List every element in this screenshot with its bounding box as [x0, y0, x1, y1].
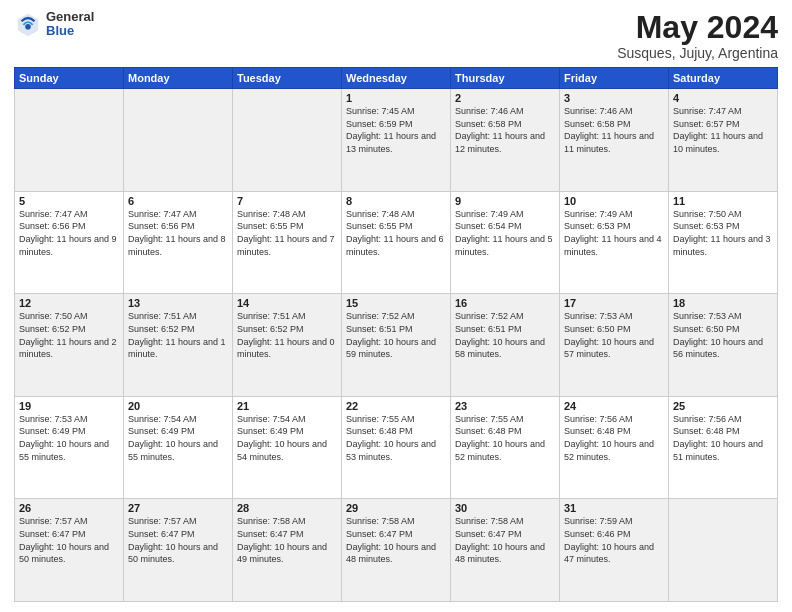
daylight-text: Daylight: 10 hours and 59 minutes.: [346, 337, 436, 360]
sunset-text: Sunset: 6:49 PM: [128, 426, 195, 436]
calendar-cell: [124, 89, 233, 192]
calendar-cell: 6Sunrise: 7:47 AMSunset: 6:56 PMDaylight…: [124, 191, 233, 294]
sunrise-text: Sunrise: 7:47 AM: [673, 106, 742, 116]
calendar-week-row: 12Sunrise: 7:50 AMSunset: 6:52 PMDayligh…: [15, 294, 778, 397]
day-info: Sunrise: 7:47 AMSunset: 6:56 PMDaylight:…: [19, 208, 119, 258]
sunset-text: Sunset: 6:47 PM: [128, 529, 195, 539]
day-info: Sunrise: 7:54 AMSunset: 6:49 PMDaylight:…: [128, 413, 228, 463]
sunset-text: Sunset: 6:58 PM: [455, 119, 522, 129]
day-number: 14: [237, 297, 337, 309]
calendar-cell: [15, 89, 124, 192]
sunset-text: Sunset: 6:47 PM: [19, 529, 86, 539]
sunset-text: Sunset: 6:48 PM: [564, 426, 631, 436]
daylight-text: Daylight: 10 hours and 58 minutes.: [455, 337, 545, 360]
sunrise-text: Sunrise: 7:54 AM: [237, 414, 306, 424]
day-number: 8: [346, 195, 446, 207]
day-info: Sunrise: 7:48 AMSunset: 6:55 PMDaylight:…: [346, 208, 446, 258]
calendar-header-monday: Monday: [124, 68, 233, 89]
daylight-text: Daylight: 10 hours and 52 minutes.: [455, 439, 545, 462]
day-number: 1: [346, 92, 446, 104]
day-number: 28: [237, 502, 337, 514]
daylight-text: Daylight: 11 hours and 10 minutes.: [673, 131, 763, 154]
sunrise-text: Sunrise: 7:48 AM: [237, 209, 306, 219]
day-info: Sunrise: 7:49 AMSunset: 6:53 PMDaylight:…: [564, 208, 664, 258]
day-info: Sunrise: 7:48 AMSunset: 6:55 PMDaylight:…: [237, 208, 337, 258]
daylight-text: Daylight: 10 hours and 53 minutes.: [346, 439, 436, 462]
calendar-cell: 15Sunrise: 7:52 AMSunset: 6:51 PMDayligh…: [342, 294, 451, 397]
calendar-cell: 14Sunrise: 7:51 AMSunset: 6:52 PMDayligh…: [233, 294, 342, 397]
day-info: Sunrise: 7:53 AMSunset: 6:49 PMDaylight:…: [19, 413, 119, 463]
sunset-text: Sunset: 6:58 PM: [564, 119, 631, 129]
sunset-text: Sunset: 6:46 PM: [564, 529, 631, 539]
calendar-cell: 24Sunrise: 7:56 AMSunset: 6:48 PMDayligh…: [560, 396, 669, 499]
day-info: Sunrise: 7:47 AMSunset: 6:57 PMDaylight:…: [673, 105, 773, 155]
daylight-text: Daylight: 10 hours and 54 minutes.: [237, 439, 327, 462]
daylight-text: Daylight: 10 hours and 49 minutes.: [237, 542, 327, 565]
day-number: 5: [19, 195, 119, 207]
day-number: 22: [346, 400, 446, 412]
day-number: 31: [564, 502, 664, 514]
calendar-cell: 10Sunrise: 7:49 AMSunset: 6:53 PMDayligh…: [560, 191, 669, 294]
sunrise-text: Sunrise: 7:52 AM: [455, 311, 524, 321]
calendar-cell: 12Sunrise: 7:50 AMSunset: 6:52 PMDayligh…: [15, 294, 124, 397]
sunrise-text: Sunrise: 7:53 AM: [19, 414, 88, 424]
logo: General Blue: [14, 10, 94, 39]
sunset-text: Sunset: 6:48 PM: [346, 426, 413, 436]
day-number: 4: [673, 92, 773, 104]
svg-point-1: [25, 24, 31, 30]
sunset-text: Sunset: 6:53 PM: [673, 221, 740, 231]
calendar-header-friday: Friday: [560, 68, 669, 89]
calendar-cell: 23Sunrise: 7:55 AMSunset: 6:48 PMDayligh…: [451, 396, 560, 499]
daylight-text: Daylight: 11 hours and 13 minutes.: [346, 131, 436, 154]
sunset-text: Sunset: 6:59 PM: [346, 119, 413, 129]
logo-icon: [14, 10, 42, 38]
day-info: Sunrise: 7:57 AMSunset: 6:47 PMDaylight:…: [128, 515, 228, 565]
page: General Blue May 2024 Susques, Jujuy, Ar…: [0, 0, 792, 612]
calendar-cell: 18Sunrise: 7:53 AMSunset: 6:50 PMDayligh…: [669, 294, 778, 397]
daylight-text: Daylight: 11 hours and 6 minutes.: [346, 234, 444, 257]
calendar-cell: 13Sunrise: 7:51 AMSunset: 6:52 PMDayligh…: [124, 294, 233, 397]
day-number: 30: [455, 502, 555, 514]
sunrise-text: Sunrise: 7:56 AM: [673, 414, 742, 424]
day-info: Sunrise: 7:49 AMSunset: 6:54 PMDaylight:…: [455, 208, 555, 258]
day-info: Sunrise: 7:51 AMSunset: 6:52 PMDaylight:…: [128, 310, 228, 360]
sunrise-text: Sunrise: 7:46 AM: [564, 106, 633, 116]
sunrise-text: Sunrise: 7:45 AM: [346, 106, 415, 116]
main-title: May 2024: [617, 10, 778, 45]
sunrise-text: Sunrise: 7:46 AM: [455, 106, 524, 116]
sunrise-text: Sunrise: 7:57 AM: [19, 516, 88, 526]
calendar-cell: [233, 89, 342, 192]
daylight-text: Daylight: 10 hours and 50 minutes.: [19, 542, 109, 565]
calendar-header-row: SundayMondayTuesdayWednesdayThursdayFrid…: [15, 68, 778, 89]
calendar-cell: 25Sunrise: 7:56 AMSunset: 6:48 PMDayligh…: [669, 396, 778, 499]
calendar-header-thursday: Thursday: [451, 68, 560, 89]
calendar-cell: 21Sunrise: 7:54 AMSunset: 6:49 PMDayligh…: [233, 396, 342, 499]
daylight-text: Daylight: 10 hours and 50 minutes.: [128, 542, 218, 565]
sunrise-text: Sunrise: 7:56 AM: [564, 414, 633, 424]
day-info: Sunrise: 7:53 AMSunset: 6:50 PMDaylight:…: [673, 310, 773, 360]
day-number: 21: [237, 400, 337, 412]
day-info: Sunrise: 7:51 AMSunset: 6:52 PMDaylight:…: [237, 310, 337, 360]
calendar-cell: 2Sunrise: 7:46 AMSunset: 6:58 PMDaylight…: [451, 89, 560, 192]
sunset-text: Sunset: 6:56 PM: [128, 221, 195, 231]
day-info: Sunrise: 7:52 AMSunset: 6:51 PMDaylight:…: [346, 310, 446, 360]
calendar-cell: 19Sunrise: 7:53 AMSunset: 6:49 PMDayligh…: [15, 396, 124, 499]
day-number: 10: [564, 195, 664, 207]
day-info: Sunrise: 7:55 AMSunset: 6:48 PMDaylight:…: [346, 413, 446, 463]
sunset-text: Sunset: 6:47 PM: [455, 529, 522, 539]
sunrise-text: Sunrise: 7:57 AM: [128, 516, 197, 526]
sunrise-text: Sunrise: 7:53 AM: [564, 311, 633, 321]
day-info: Sunrise: 7:45 AMSunset: 6:59 PMDaylight:…: [346, 105, 446, 155]
day-info: Sunrise: 7:52 AMSunset: 6:51 PMDaylight:…: [455, 310, 555, 360]
sunrise-text: Sunrise: 7:50 AM: [673, 209, 742, 219]
calendar-cell: 3Sunrise: 7:46 AMSunset: 6:58 PMDaylight…: [560, 89, 669, 192]
day-info: Sunrise: 7:56 AMSunset: 6:48 PMDaylight:…: [564, 413, 664, 463]
sunrise-text: Sunrise: 7:51 AM: [128, 311, 197, 321]
day-info: Sunrise: 7:47 AMSunset: 6:56 PMDaylight:…: [128, 208, 228, 258]
day-info: Sunrise: 7:50 AMSunset: 6:52 PMDaylight:…: [19, 310, 119, 360]
day-number: 9: [455, 195, 555, 207]
calendar-cell: 20Sunrise: 7:54 AMSunset: 6:49 PMDayligh…: [124, 396, 233, 499]
header: General Blue May 2024 Susques, Jujuy, Ar…: [14, 10, 778, 61]
sunrise-text: Sunrise: 7:47 AM: [128, 209, 197, 219]
daylight-text: Daylight: 10 hours and 48 minutes.: [346, 542, 436, 565]
